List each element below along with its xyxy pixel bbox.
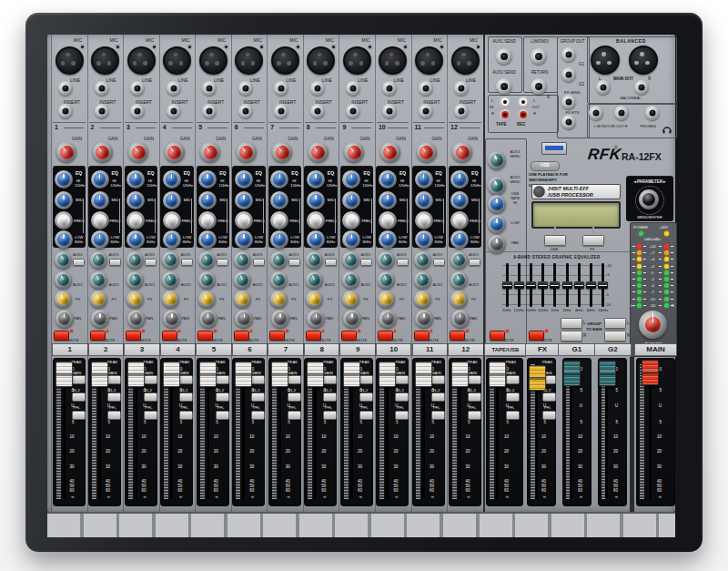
ch5-gain-knob[interactable] — [200, 142, 220, 162]
ch10-pfl-button[interactable] — [395, 411, 409, 420]
ch4-aux1-knob[interactable] — [162, 251, 179, 269]
ch10-aux2-knob[interactable] — [378, 271, 395, 289]
ch6-eq-freq-knob[interactable] — [235, 211, 253, 229]
ch8-eq-low-knob[interactable] — [307, 230, 325, 249]
ch4-pre-button[interactable] — [181, 259, 193, 266]
ch5-pan-knob[interactable] — [199, 310, 217, 328]
ch8-main-button[interactable] — [323, 375, 337, 384]
ch11-pfl-button[interactable] — [431, 411, 445, 420]
ch6-eq-mid-knob[interactable] — [235, 191, 253, 209]
ch9-aux2-knob[interactable] — [342, 271, 359, 289]
master-tape-usb-fader-cap[interactable] — [489, 362, 506, 387]
ch7-gain-knob[interactable] — [272, 142, 292, 162]
geq-slider-4kHz[interactable] — [574, 281, 584, 289]
ch11-pan-knob[interactable] — [415, 310, 433, 328]
ch2-pre-button[interactable] — [109, 259, 121, 266]
ch10-gain-knob[interactable] — [380, 142, 400, 162]
ch12-fx-knob[interactable] — [450, 291, 468, 308]
parameter-knob[interactable] — [639, 189, 659, 209]
master-tape-usb-pfl-button[interactable] — [506, 411, 520, 420]
master-fx-fader-cap[interactable] — [529, 365, 546, 391]
ch7-pan-knob[interactable] — [271, 310, 289, 328]
ch3-eq-mid-knob[interactable] — [126, 191, 145, 209]
master-aux1-send-knob[interactable] — [488, 151, 506, 169]
ch4-mute-button[interactable] — [162, 331, 177, 341]
ch12-fader-cap[interactable] — [451, 362, 469, 387]
ch2-pan-knob[interactable] — [91, 310, 109, 328]
geq-slider-16kHz[interactable] — [598, 281, 608, 289]
ch6-aux2-knob[interactable] — [234, 271, 251, 289]
ch1-eq-low-knob[interactable] — [55, 230, 73, 249]
ch8-fx-knob[interactable] — [306, 291, 323, 308]
ch3-pfl-button[interactable] — [144, 411, 157, 420]
ch10-group-button[interactable] — [395, 393, 409, 402]
master-tape-usb-group-button[interactable] — [506, 393, 520, 402]
ch4-pan-knob[interactable] — [163, 310, 181, 328]
ch12-pan-knob[interactable] — [451, 310, 470, 328]
geq-slider-2kHz[interactable] — [562, 281, 572, 289]
dsp-usb-button[interactable] — [544, 235, 566, 246]
ch1-gain-knob[interactable] — [56, 142, 76, 162]
ch1-eq-freq-knob[interactable] — [55, 211, 73, 229]
ch5-mute-button[interactable] — [197, 331, 213, 341]
ch1-eq-mid-knob[interactable] — [55, 191, 73, 209]
ch1-mute-button[interactable] — [54, 331, 69, 341]
ch5-main-button[interactable] — [216, 375, 229, 384]
ch2-aux2-knob[interactable] — [90, 271, 107, 289]
ch2-gain-knob[interactable] — [93, 142, 113, 162]
ch1-pan-knob[interactable] — [56, 310, 74, 328]
ch12-pre-button[interactable] — [469, 259, 480, 266]
ch3-aux2-knob[interactable] — [126, 271, 144, 289]
ch1-fx-knob[interactable] — [55, 291, 72, 308]
ch8-pre-button[interactable] — [325, 259, 337, 266]
ch2-eq-low-knob[interactable] — [91, 230, 109, 249]
ch10-aux1-knob[interactable] — [378, 251, 395, 269]
ch8-group-button[interactable] — [323, 393, 337, 402]
ch3-fader-cap[interactable] — [127, 362, 145, 387]
ch4-pfl-button[interactable] — [179, 411, 193, 420]
ch8-fader-cap[interactable] — [307, 362, 324, 387]
ch11-main-button[interactable] — [431, 375, 445, 384]
ch9-main-button[interactable] — [359, 375, 373, 384]
ch8-aux2-knob[interactable] — [306, 271, 323, 289]
ch1-main-button[interactable] — [72, 375, 86, 384]
ch4-gain-knob[interactable] — [165, 142, 185, 162]
ch12-group-button[interactable] — [468, 393, 481, 402]
ch12-eq-freq-knob[interactable] — [450, 211, 469, 229]
ch11-group-button[interactable] — [431, 393, 445, 402]
ch9-mute-button[interactable] — [341, 331, 357, 341]
ch3-eq-hi-knob[interactable] — [126, 170, 145, 189]
ch2-fx-knob[interactable] — [90, 291, 107, 308]
ch10-mute-button[interactable] — [378, 331, 393, 341]
ch9-aux1-knob[interactable] — [342, 251, 359, 269]
ch7-fx-knob[interactable] — [270, 291, 288, 308]
ch3-gain-knob[interactable] — [128, 142, 148, 162]
ch7-group-button[interactable] — [288, 393, 301, 402]
ch2-eq-mid-knob[interactable] — [91, 191, 109, 209]
ch11-aux2-knob[interactable] — [414, 271, 431, 289]
ch12-gain-knob[interactable] — [452, 142, 472, 162]
ch8-mute-button[interactable] — [306, 331, 321, 341]
ch9-pan-knob[interactable] — [343, 310, 361, 328]
ch4-eq-freq-knob[interactable] — [163, 211, 181, 229]
ch1-fader-cap[interactable] — [56, 362, 73, 387]
ch8-eq-hi-knob[interactable] — [307, 170, 325, 189]
ch9-fader-cap[interactable] — [343, 362, 360, 387]
ch7-fader-cap[interactable] — [271, 362, 288, 387]
ch6-pan-knob[interactable] — [235, 310, 253, 328]
master-g2-fader-cap[interactable] — [599, 361, 616, 386]
ch6-mute-button[interactable] — [234, 331, 249, 341]
ch8-pan-knob[interactable] — [307, 310, 325, 328]
ch3-aux1-knob[interactable] — [126, 251, 144, 269]
ch12-eq-low-knob[interactable] — [450, 230, 469, 249]
ch7-pre-button[interactable] — [288, 259, 300, 266]
geq-slider-500Hz[interactable] — [538, 281, 548, 289]
ch2-aux1-knob[interactable] — [90, 251, 107, 269]
master-tape-usb-main-button[interactable] — [506, 375, 520, 384]
ch2-eq-freq-knob[interactable] — [91, 211, 109, 229]
ch8-eq-freq-knob[interactable] — [307, 211, 325, 229]
ch3-eq-low-knob[interactable] — [126, 230, 145, 249]
group-to-main-g1-r-button[interactable] — [561, 331, 582, 342]
ch9-fx-knob[interactable] — [342, 291, 359, 308]
geq-slider-1kHz[interactable] — [550, 281, 560, 289]
